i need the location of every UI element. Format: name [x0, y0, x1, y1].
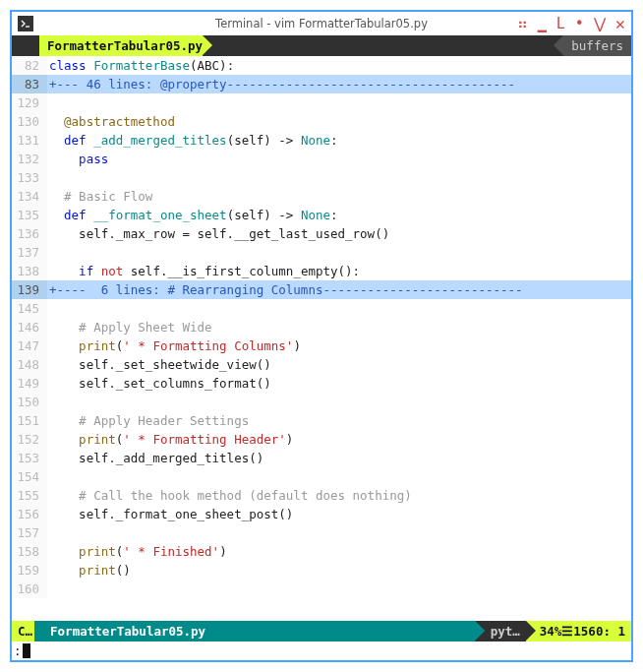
buffer-tabline: FormatterTabular05.py buffers	[12, 35, 631, 56]
terminal-window: Terminal - vim FormatterTabular05.py ⠶ ▁…	[10, 10, 633, 662]
minimize-button[interactable]: ▁	[538, 17, 547, 31]
fold-line[interactable]: 83+--- 46 lines: @property--------------…	[12, 75, 631, 93]
buffers-label: buffers	[571, 38, 623, 53]
mode-segment: C…	[12, 621, 34, 641]
tab-active[interactable]: FormatterTabular05.py	[39, 35, 203, 56]
window-controls: ⠶ ▁ L • ⋁ ✕	[517, 16, 625, 32]
maximize-button[interactable]: L	[556, 17, 565, 31]
status-line: C… FormatterTabular05.py pyt… 34% ☰ 1560…	[12, 621, 631, 641]
buffers-indicator[interactable]: buffers	[563, 35, 631, 56]
close-button[interactable]: ✕	[615, 16, 625, 32]
window-title: Terminal - vim FormatterTabular05.py	[215, 17, 428, 31]
filename-segment: FormatterTabular05.py	[34, 621, 475, 641]
tab-label: FormatterTabular05.py	[47, 38, 203, 53]
cmd-prompt: :	[14, 641, 22, 660]
code-area[interactable]: 82class FormatterBase(ABC): 83+--- 46 li…	[12, 56, 631, 621]
position-segment: 34% ☰ 1560: 1	[526, 621, 631, 641]
line-number: 82	[12, 56, 47, 75]
fold-line[interactable]: 139+---- 6 lines: # Rearranging Columns-…	[12, 280, 631, 299]
shade-button[interactable]: ⋁	[594, 17, 606, 31]
dot-icon[interactable]: •	[575, 17, 584, 31]
titlebar: Terminal - vim FormatterTabular05.py ⠶ ▁…	[12, 12, 631, 35]
window-menu-icon[interactable]: ⠶	[517, 17, 528, 31]
code-line: class FormatterBase(ABC):	[47, 56, 631, 75]
cursor-block	[23, 643, 30, 658]
command-line[interactable]: :	[12, 641, 631, 660]
terminal-app-icon	[18, 16, 33, 31]
